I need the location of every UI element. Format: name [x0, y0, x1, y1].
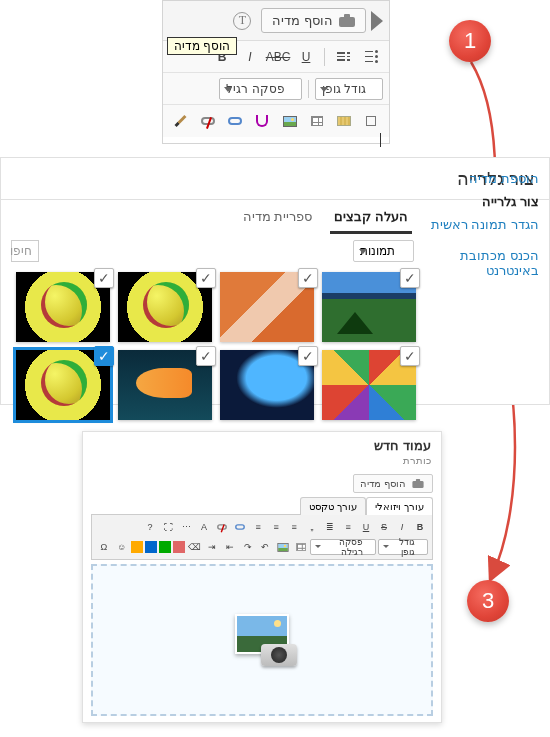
color-swatch[interactable] — [145, 541, 157, 553]
align-left-icon[interactable]: ≡ — [250, 519, 266, 535]
step-badge-3: 3 — [467, 580, 509, 622]
paragraph-select[interactable]: פסקה רגיל — [219, 78, 301, 100]
check-icon: ✓ — [196, 268, 216, 288]
italic-icon[interactable]: I — [238, 46, 262, 68]
link-icon[interactable] — [224, 110, 247, 132]
tab-visual-editor[interactable]: עורך ויזואלי — [366, 497, 433, 515]
media-thumbnail[interactable]: ✓ — [322, 272, 416, 342]
media-thumbnail[interactable]: ✓ — [16, 350, 110, 420]
strike-icon[interactable]: S — [376, 519, 392, 535]
font-color-icon[interactable]: A — [196, 519, 212, 535]
pointer-icon — [371, 11, 383, 31]
camera-icon — [339, 14, 355, 27]
table-icon[interactable] — [305, 110, 328, 132]
media-thumbnail[interactable]: ✓ — [220, 350, 314, 420]
step-badge-1: 1 — [449, 20, 491, 62]
page-subtitle-label: כותרת — [93, 455, 431, 466]
media-sidebar: הוספת מדיה צור גלרייה הגדר תמונה ראשית ה… — [424, 159, 549, 405]
check-icon: ✓ — [94, 346, 114, 366]
numbered-list-icon[interactable] — [331, 46, 355, 68]
editor-canvas[interactable] — [91, 564, 433, 716]
check-icon: ✓ — [196, 346, 216, 366]
insert-shape-icon[interactable] — [360, 110, 383, 132]
add-media-button-small[interactable]: הוסף מדיה — [353, 474, 433, 493]
add-media-button[interactable]: הוסף מדיה — [261, 8, 366, 33]
underline-icon[interactable]: U — [294, 46, 318, 68]
check-icon: ✓ — [400, 346, 420, 366]
font-size-select[interactable]: גודל גופן — [315, 78, 383, 100]
media-thumbnails-grid: ✓ ✓ ✓ ✓ ✓ ✓ ✓ ✓ — [1, 268, 424, 428]
more-icon[interactable]: ⋯ — [178, 519, 194, 535]
bold-icon[interactable]: B — [412, 519, 428, 535]
sidebar-item-set-featured[interactable]: הגדר תמונה ראשית — [424, 213, 539, 236]
add-media-label: הוסף מדיה — [272, 13, 333, 28]
numbered-list-icon[interactable]: ≣ — [322, 519, 338, 535]
mini-toolbar: B I S U ≡ ≣ „ ≡ ≡ ≡ A ⋯ ⛶ ? גודל גופן פס… — [91, 515, 433, 560]
underline-icon[interactable]: U — [358, 519, 374, 535]
check-icon: ✓ — [298, 268, 318, 288]
image-icon[interactable] — [278, 110, 301, 132]
media-thumbnail[interactable]: ✓ — [220, 272, 314, 342]
help-icon[interactable]: ? — [142, 519, 158, 535]
font-circle-icon[interactable]: T — [233, 12, 251, 30]
media-thumbnail[interactable]: ✓ — [16, 272, 110, 342]
tab-text-editor[interactable]: עורך טקסט — [300, 497, 366, 515]
font-size-select[interactable]: גודל גופן — [378, 539, 428, 555]
media-search-input[interactable]: חיפו — [11, 240, 39, 262]
color-swatch[interactable] — [173, 541, 185, 553]
indent-icon[interactable]: ⇤ — [222, 539, 238, 555]
unlink-icon[interactable] — [214, 519, 230, 535]
check-icon: ✓ — [400, 268, 420, 288]
sidebar-item-create-gallery[interactable]: צור גלרייה — [424, 190, 539, 213]
color-swatch[interactable] — [159, 541, 171, 553]
sidebar-item-from-url[interactable]: הכנס מכתובת באינטרנט — [424, 244, 539, 282]
italic-icon[interactable]: I — [394, 519, 410, 535]
check-icon: ✓ — [298, 346, 318, 366]
create-gallery-panel: צור גלרייה הוספת מדיה צור גלרייה הגדר תמ… — [0, 157, 550, 405]
editor-toolbar-panel: הוסף מדיה T הוסף מדיה U ABC I B גודל גופ… — [162, 0, 390, 144]
redo-icon[interactable]: ↷ — [240, 539, 256, 555]
paragraph-select[interactable]: פסקה רגילה — [310, 539, 376, 555]
eraser-icon[interactable]: ⌫ — [187, 539, 203, 555]
table-icon[interactable] — [293, 539, 309, 555]
bullet-list-icon[interactable] — [359, 46, 383, 68]
page-title-label: עמוד חדש — [93, 438, 431, 453]
special-char-icon[interactable]: Ω — [96, 539, 112, 555]
check-icon: ✓ — [94, 268, 114, 288]
media-type-select[interactable]: תמונות — [353, 240, 414, 262]
media-thumbnail[interactable]: ✓ — [118, 272, 212, 342]
sidebar-item-insert-media[interactable]: הוספת מדיה — [424, 167, 539, 190]
tab-upload-files[interactable]: העלה קבצים — [330, 202, 412, 234]
camera-icon — [412, 479, 423, 488]
attachment-icon[interactable] — [251, 110, 274, 132]
gallery-placeholder-icon — [227, 614, 297, 666]
bullet-list-icon[interactable]: ≡ — [340, 519, 356, 535]
strike-icon[interactable]: ABC — [266, 46, 290, 68]
outdent-icon[interactable]: ⇥ — [204, 539, 220, 555]
image-icon[interactable] — [275, 539, 291, 555]
edit-icon[interactable] — [169, 110, 192, 132]
undo-icon[interactable]: ↶ — [257, 539, 273, 555]
new-page-editor-panel: עמוד חדש כותרת הוסף מדיה עורך ויזואלי עו… — [82, 431, 442, 723]
align-right-icon[interactable]: ≡ — [286, 519, 302, 535]
unlink-icon[interactable] — [196, 110, 219, 132]
align-center-icon[interactable]: ≡ — [268, 519, 284, 535]
add-media-tooltip: הוסף מדיה — [167, 37, 237, 55]
media-thumbnail[interactable]: ✓ — [322, 350, 416, 420]
color-swatch[interactable] — [131, 541, 143, 553]
emoji-icon[interactable]: ☺ — [114, 539, 130, 555]
tab-media-library[interactable]: ספריית מדיה — [239, 202, 317, 234]
fullscreen-icon[interactable]: ⛶ — [160, 519, 176, 535]
quote-icon[interactable]: „ — [304, 519, 320, 535]
media-thumbnail[interactable]: ✓ — [118, 350, 212, 420]
link-icon[interactable] — [232, 519, 248, 535]
ruler-icon[interactable] — [333, 110, 356, 132]
